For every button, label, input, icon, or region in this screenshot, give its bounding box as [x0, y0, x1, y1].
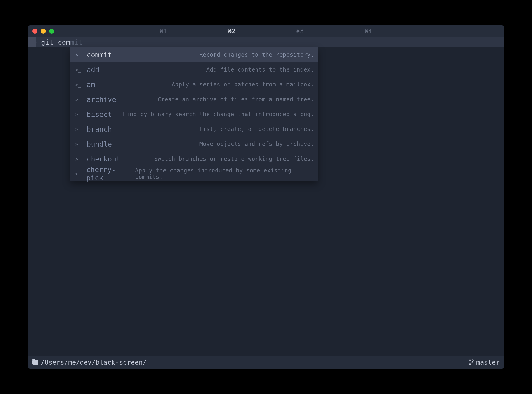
prompt-row[interactable]: git commit: [28, 37, 504, 47]
autocomplete-description: List, create, or delete branches.: [200, 126, 314, 132]
minimize-button[interactable]: [41, 29, 46, 34]
terminal-icon: >_: [74, 112, 82, 117]
svg-point-2: [469, 363, 471, 365]
autocomplete-command: am: [87, 81, 95, 89]
autocomplete-item-commit[interactable]: >_commitRecord changes to the repository…: [70, 47, 318, 62]
autocomplete-item-bisect[interactable]: >_bisectFind by binary search the change…: [70, 107, 318, 122]
autocomplete-command: cherry-pick: [86, 166, 131, 182]
status-bar: /Users/me/dev/black-screen/ master: [28, 356, 504, 369]
autocomplete-item-archive[interactable]: >_archiveCreate an archive of files from…: [70, 92, 318, 107]
tab-2[interactable]: ⌘2: [228, 28, 236, 35]
terminal-icon: >_: [74, 82, 82, 88]
svg-point-1: [472, 360, 473, 361]
autocomplete-description: Move objects and refs by archive.: [200, 141, 314, 147]
terminal-icon: >_: [74, 141, 82, 147]
branch-name: master: [476, 359, 500, 366]
close-button[interactable]: [32, 29, 37, 34]
terminal-icon: >_: [74, 126, 82, 132]
tab-4[interactable]: ⌘4: [364, 28, 372, 35]
tab-1[interactable]: ⌘1: [160, 28, 167, 35]
autocomplete-command: commit: [87, 51, 112, 59]
autocomplete-description: Apply a series of patches from a mailbox…: [172, 81, 314, 88]
autocomplete-command: bundle: [87, 140, 112, 148]
autocomplete-item-am[interactable]: >_amApply a series of patches from a mai…: [70, 77, 318, 92]
folder-icon: [32, 360, 38, 365]
terminal-icon: >_: [74, 97, 82, 103]
autocomplete-item-branch[interactable]: >_branchList, create, or delete branches…: [70, 122, 318, 137]
autocomplete-command: archive: [87, 95, 116, 104]
autocomplete-description: Switch branches or restore working tree …: [154, 156, 314, 162]
command-ghost-text: mit: [70, 39, 83, 46]
terminal-icon: >_: [74, 156, 82, 162]
autocomplete-command: bisect: [87, 110, 112, 119]
titlebar: ⌘1 ⌘2 ⌘3 ⌘4: [28, 25, 504, 37]
terminal-window: ⌘1 ⌘2 ⌘3 ⌘4 git commit >_commitRecord ch…: [28, 25, 504, 369]
git-branch-indicator[interactable]: master: [469, 359, 500, 366]
autocomplete-item-bundle[interactable]: >_bundleMove objects and refs by archive…: [70, 137, 318, 151]
autocomplete-item-add[interactable]: >_addAdd file contents to the index.: [70, 62, 318, 77]
working-directory[interactable]: /Users/me/dev/black-screen/: [32, 359, 147, 366]
autocomplete-item-cherry-pick[interactable]: >_cherry-pickApply the changes introduce…: [70, 166, 318, 181]
branch-icon: [469, 359, 474, 366]
autocomplete-description: Create an archive of files from a named …: [158, 96, 314, 103]
autocomplete-command: branch: [87, 125, 112, 133]
terminal-icon: >_: [74, 171, 82, 177]
svg-point-0: [469, 360, 471, 361]
tab-3[interactable]: ⌘3: [296, 28, 304, 35]
terminal-icon: >_: [74, 52, 82, 58]
autocomplete-command: checkout: [87, 155, 121, 163]
autocomplete-description: Apply the changes introduced by some exi…: [135, 167, 314, 180]
command-typed-text: git com: [41, 39, 70, 46]
command-input[interactable]: git commit: [41, 39, 83, 46]
prompt-indicator: [28, 37, 36, 47]
terminal-icon: >_: [74, 67, 82, 73]
autocomplete-description: Find by binary search the change that in…: [123, 111, 314, 118]
tab-hotkeys: ⌘1 ⌘2 ⌘3 ⌘4: [28, 28, 504, 35]
autocomplete-description: Record changes to the repository.: [200, 52, 314, 58]
terminal-body[interactable]: >_commitRecord changes to the repository…: [28, 47, 504, 356]
autocomplete-item-checkout[interactable]: >_checkoutSwitch branches or restore wor…: [70, 151, 318, 166]
path-text: /Users/me/dev/black-screen/: [41, 359, 147, 366]
autocomplete-description: Add file contents to the index.: [206, 67, 314, 73]
autocomplete-popup: >_commitRecord changes to the repository…: [70, 47, 318, 181]
window-controls: [28, 29, 54, 34]
maximize-button[interactable]: [49, 29, 54, 34]
autocomplete-command: add: [87, 66, 99, 74]
